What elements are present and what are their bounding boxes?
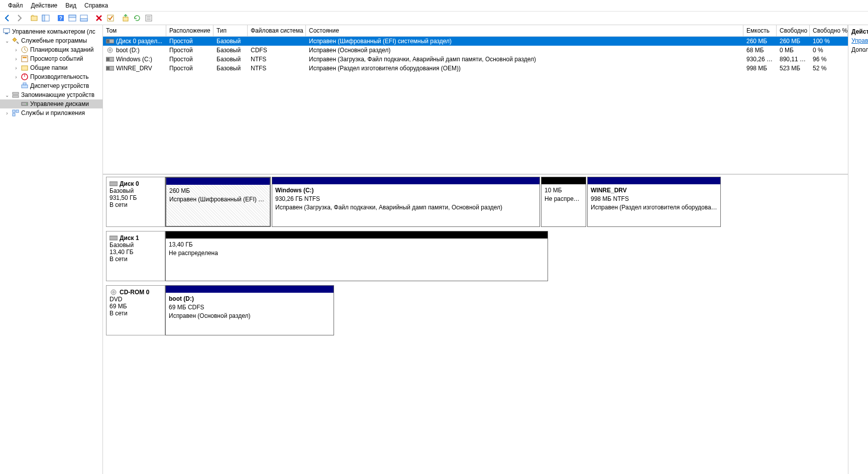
volume-free: 523 МБ	[777, 64, 810, 72]
partition[interactable]: 260 МБИсправен (Шифрованный (EFI) систем…	[165, 177, 271, 227]
view-bottom-button[interactable]	[78, 13, 89, 24]
expand-icon[interactable]: ›	[13, 47, 19, 53]
collapse-icon[interactable]: ⌄	[4, 38, 10, 44]
actions-link-diskmgmt[interactable]: Управление дисками	[851, 36, 865, 45]
svg-rect-30	[16, 110, 19, 112]
storage-icon	[12, 91, 20, 99]
expand-icon[interactable]: ›	[13, 65, 19, 71]
collapse-icon[interactable]: ⌄	[4, 92, 10, 98]
svg-rect-26	[13, 95, 19, 97]
content-area: Том Расположение Тип Файловая система Со…	[103, 25, 848, 474]
menu-file[interactable]: Файл	[4, 1, 27, 10]
svg-rect-29	[13, 110, 15, 112]
performance-icon	[21, 73, 29, 81]
properties-button[interactable]	[143, 13, 154, 24]
disk-label-box[interactable]: Диск 1Базовый13,40 ГБВ сети	[106, 231, 165, 281]
tree-item-diskmgmt[interactable]: Управление дисками	[0, 99, 102, 108]
tree-group-storage[interactable]: ⌄ Запоминающие устройств	[0, 90, 102, 99]
disk-label-box[interactable]: Диск 0Базовый931,50 ГБВ сети	[106, 177, 165, 227]
tree-root[interactable]: Управление компьютером (лс	[0, 27, 102, 36]
col-type[interactable]: Тип	[213, 25, 248, 36]
event-icon	[21, 55, 29, 63]
up-button[interactable]	[29, 13, 40, 24]
col-volume[interactable]: Том	[103, 25, 166, 36]
services-icon	[12, 109, 20, 117]
svg-rect-31	[13, 113, 15, 116]
volume-freepct: 0 %	[810, 46, 848, 54]
partition[interactable]: WINRE_DRV998 МБ NTFSИсправен (Раздел изг…	[587, 177, 721, 227]
tree-label: Запоминающие устройств	[21, 91, 94, 98]
volume-row[interactable]: WINRE_DRVПростойБазовыйNTFSИсправен (Раз…	[103, 64, 848, 73]
col-capacity[interactable]: Емкость	[743, 25, 777, 36]
expand-icon[interactable]: ›	[4, 110, 10, 116]
partition[interactable]: 10 МБНе распределена	[541, 177, 586, 227]
check-button[interactable]	[105, 13, 116, 24]
partition-body: 10 МБНе распределена	[541, 184, 586, 226]
volume-fs: NTFS	[248, 55, 306, 63]
expand-icon[interactable]: ›	[13, 56, 19, 62]
volume-freepct: 100 %	[810, 37, 848, 45]
tree-label: Просмотр событий	[30, 55, 83, 62]
rescan-button[interactable]	[120, 13, 131, 24]
volume-name: Windows (C:)	[116, 56, 152, 63]
partition[interactable]: 13,40 ГБНе распределена	[165, 231, 548, 281]
volume-row[interactable]: (Диск 0 раздел...ПростойБазовыйИсправен …	[103, 37, 848, 46]
disk-label-box[interactable]: CD-ROM 0DVD69 МБВ сети	[106, 285, 165, 335]
actions-header: Действия	[851, 27, 865, 36]
partition-body: Windows (C:)930,26 ГБ NTFSИсправен (Загр…	[272, 184, 539, 226]
volume-row[interactable]: Windows (C:)ПростойБазовыйNTFSИсправен (…	[103, 55, 848, 64]
col-filesystem[interactable]: Файловая система	[248, 25, 306, 36]
volume-row[interactable]: boot (D:)ПростойБазовыйCDFSИсправен (Осн…	[103, 46, 848, 55]
tree-item-sharedfolders[interactable]: › Общие папки	[0, 63, 102, 72]
actions-more[interactable]: Дополнительные действия	[851, 45, 865, 54]
toolbar: ?	[0, 12, 868, 25]
forward-button[interactable]	[14, 13, 25, 24]
volume-capacity: 260 МБ	[743, 37, 777, 45]
volume-free: 260 МБ	[777, 37, 810, 45]
col-free[interactable]: Свободно	[777, 25, 810, 36]
svg-rect-2	[42, 15, 45, 21]
partition-title: WINRE_DRV	[591, 186, 717, 195]
disk-partitions: 260 МБИсправен (Шифрованный (EFI) систем…	[165, 177, 723, 227]
partition-size: 930,26 ГБ NTFS	[275, 195, 536, 203]
tree-item-scheduler[interactable]: › Планировщик заданий	[0, 45, 102, 54]
partition-stripe	[166, 178, 270, 185]
col-freepct[interactable]: Свободно %	[810, 25, 848, 36]
tree-item-performance[interactable]: › Производительность	[0, 72, 102, 81]
help-button[interactable]: ?	[55, 13, 66, 24]
volume-type: Базовый	[213, 55, 248, 63]
svg-rect-24	[23, 83, 26, 85]
delete-button[interactable]	[93, 13, 104, 24]
volume-name: (Диск 0 раздел...	[116, 38, 162, 45]
disk-partitions: 13,40 ГБНе распределена	[165, 231, 723, 281]
volume-freepct: 52 %	[810, 64, 848, 72]
col-status[interactable]: Состояние	[306, 25, 743, 36]
svg-rect-15	[4, 29, 10, 33]
back-button[interactable]	[2, 13, 13, 24]
col-layout[interactable]: Расположение	[166, 25, 213, 36]
tree-group-system-tools[interactable]: ⌄ Служебные программы	[0, 36, 102, 45]
partition-size: 998 МБ NTFS	[591, 195, 717, 203]
tree-group-services[interactable]: › Службы и приложения	[0, 108, 102, 117]
partition[interactable]: Windows (C:)930,26 ГБ NTFSИсправен (Загр…	[272, 177, 540, 227]
disk-type: Базовый	[110, 187, 162, 194]
tree-item-eventviewer[interactable]: › Просмотр событий	[0, 54, 102, 63]
menu-action[interactable]: Действие	[27, 1, 62, 10]
partition-size: 13,40 ГБ	[169, 241, 545, 249]
menu-help[interactable]: Справка	[80, 1, 112, 10]
menu-view[interactable]: Вид	[61, 1, 80, 10]
view-top-button[interactable]	[67, 13, 78, 24]
tree-label: Производительность	[30, 73, 88, 80]
disk-status: В сети	[110, 201, 162, 208]
refresh-button[interactable]	[132, 13, 143, 24]
partition[interactable]: boot (D:)69 МБ CDFSИсправен (Основной ра…	[165, 285, 334, 335]
device-icon	[21, 82, 29, 90]
disk-icon	[110, 289, 118, 295]
volume-layout: Простой	[166, 37, 213, 45]
tree-item-devicemgr[interactable]: Диспетчер устройств	[0, 81, 102, 90]
volume-status: Исправен (Загрузка, Файл подкачки, Авари…	[306, 55, 743, 63]
show-hide-tree-button[interactable]	[40, 13, 51, 24]
expand-icon[interactable]: ›	[13, 74, 19, 80]
disk-graphical-view: Диск 0Базовый931,50 ГБВ сети260 МБИсправ…	[103, 175, 848, 474]
volume-fs: NTFS	[248, 64, 306, 72]
